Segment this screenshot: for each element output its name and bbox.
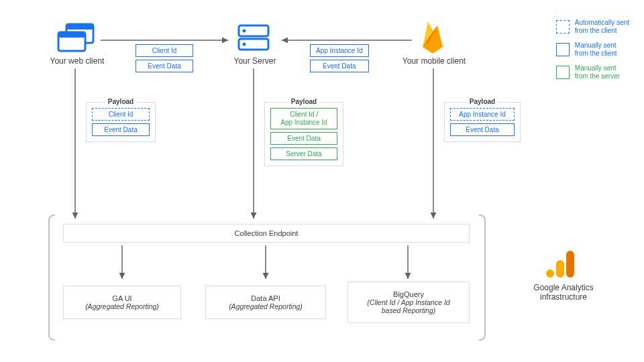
server-label: Your Server [221, 56, 288, 66]
svg-rect-17 [556, 260, 564, 278]
tag-client-id: Client Id [136, 44, 193, 57]
svg-point-7 [243, 43, 246, 46]
payload-title: Payload [288, 98, 319, 105]
bigquery-sub: (Client Id / App Instance Id based Repor… [354, 298, 464, 314]
payload-server-eventdata: Event Data [270, 132, 337, 145]
payload-web-eventdata: Event Data [92, 123, 150, 136]
svg-rect-1 [66, 24, 93, 29]
payload-mobile-eventdata: Event Data [450, 123, 515, 136]
web-client-icon [57, 23, 95, 54]
payload-title: Payload [105, 98, 136, 105]
tag-event-data: Event Data [136, 60, 193, 72]
svg-rect-18 [566, 251, 574, 278]
payload-title: Payload [467, 98, 498, 105]
tag-app-instance-id: App Instance Id [310, 44, 369, 57]
legend-manual-client-text: Manually sent from the client [575, 42, 617, 58]
tag-event-data: Event Data [310, 60, 369, 72]
data-api-sub: (Aggregated Reporting) [211, 302, 320, 310]
legend-auto-text: Automatically sent from the client [575, 19, 629, 35]
payload-web: Payload Client Id Event Data [86, 102, 156, 142]
data-api-box: Data API (Aggregated Reporting) [205, 286, 326, 319]
ga-infra-label: Google Analytics infrastructure [517, 283, 610, 302]
legend-auto: Automatically sent from the client [556, 19, 629, 35]
payload-server: Payload Client Id / App Instance Id Even… [264, 102, 343, 166]
infra-bracket-left [48, 215, 55, 341]
svg-point-16 [546, 269, 554, 278]
collection-endpoint: Collection Endpoint [63, 224, 470, 243]
ga-ui-sub: (Aggregated Reporting) [69, 302, 175, 310]
payload-mobile: Payload App Instance Id Event Data [444, 102, 521, 142]
payload-server-serverdata: Server Data [270, 147, 337, 160]
firebase-icon [419, 19, 447, 56]
server-icon [236, 23, 271, 54]
ga-ui-title: GA UI [69, 294, 175, 302]
legend-manual-server-text: Manually sent from the server [575, 64, 620, 80]
svg-rect-3 [58, 32, 85, 38]
payload-mobile-appid: App Instance Id [450, 108, 515, 121]
payload-web-clientid: Client Id [92, 108, 150, 121]
bigquery-box: BigQuery (Client Id / App Instance Id ba… [347, 282, 470, 323]
payload-server-ids: Client Id / App Instance Id [270, 108, 337, 129]
legend-manual-client: Manually sent from the client [556, 42, 629, 58]
ga-ui-box: GA UI (Aggregated Reporting) [63, 286, 181, 319]
svg-point-5 [243, 29, 246, 33]
mobile-client-label: Your mobile client [396, 56, 472, 66]
data-api-title: Data API [211, 294, 320, 302]
bigquery-title: BigQuery [354, 290, 464, 298]
legend-manual-server: Manually sent from the server [556, 64, 629, 80]
web-client-label: Your web client [40, 56, 114, 66]
infra-bracket-right [479, 215, 486, 341]
collection-endpoint-label: Collection Endpoint [69, 229, 464, 237]
ga-logo-icon [545, 248, 576, 280]
legend: Automatically sent from the client Manua… [556, 19, 629, 80]
